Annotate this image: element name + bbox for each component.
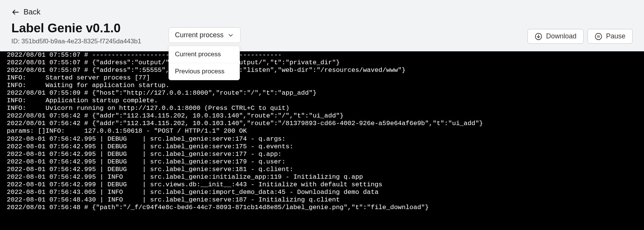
id-prefix: ID:: [11, 38, 21, 45]
back-label: Back: [24, 8, 40, 16]
pause-button[interactable]: Pause: [587, 29, 633, 44]
header-actions: Download Pause: [527, 29, 633, 44]
download-label: Download: [546, 32, 576, 40]
chevron-down-icon: [227, 32, 234, 39]
pause-icon: [595, 33, 602, 40]
svg-point-3: [595, 33, 602, 40]
header: Back Label Genie v0.1.0 ID: 351bd5f0-b9a…: [0, 0, 644, 51]
dropdown-option-previous[interactable]: Previous process: [169, 63, 239, 80]
process-dropdown: Current process Current process Previous…: [168, 27, 241, 43]
id-value: 351bd5f0-b9aa-4e23-8325-f7245da443b1: [21, 38, 141, 45]
arrow-left-icon: [11, 8, 20, 16]
download-button[interactable]: Download: [527, 29, 584, 44]
process-dropdown-selected: Current process: [175, 31, 224, 39]
log-terminal[interactable]: 2022/08/01 07:55:07 # ------------------…: [0, 51, 644, 230]
process-dropdown-button[interactable]: Current process: [168, 27, 241, 43]
header-left: Back Label Genie v0.1.0 ID: 351bd5f0-b9a…: [11, 8, 141, 45]
download-icon: [535, 33, 542, 40]
back-button[interactable]: Back: [11, 8, 141, 16]
dropdown-option-current[interactable]: Current process: [169, 46, 239, 63]
instance-id: ID: 351bd5f0-b9aa-4e23-8325-f7245da443b1: [11, 38, 141, 45]
process-dropdown-menu: Current process Previous process: [168, 46, 240, 80]
page-title: Label Genie v0.1.0: [11, 21, 141, 35]
pause-label: Pause: [606, 32, 625, 40]
